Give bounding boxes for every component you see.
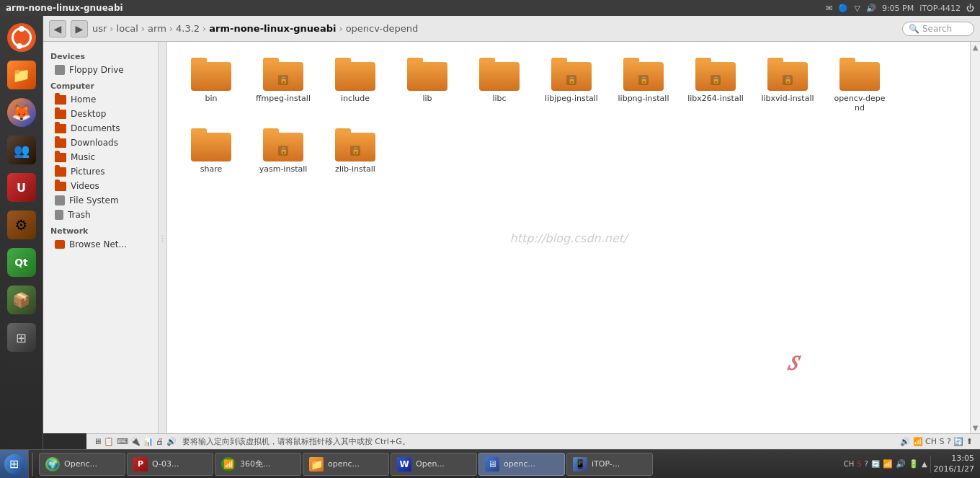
folder-ffmpeg[interactable]: 🔒 ffmpeg-install: [251, 53, 316, 117]
taskbar-item-itop[interactable]: 📱 iTOP-...: [566, 453, 653, 476]
back-button[interactable]: ◀: [49, 20, 66, 37]
taskbar-label-vm: openc...: [504, 459, 535, 469]
sidebar-item-videos[interactable]: Videos: [43, 179, 158, 193]
breadcrumb-version[interactable]: 4.3.2: [176, 23, 200, 34]
libx264-label: libx264-install: [687, 94, 744, 103]
search-box[interactable]: 🔍 Search: [902, 22, 974, 36]
sidebar-item-filesystem[interactable]: File System: [43, 193, 158, 208]
grid-dock-item[interactable]: ⊞: [4, 320, 39, 355]
folder-libpng[interactable]: 🔒 libpng-install: [611, 53, 676, 117]
taskbar-item-q03[interactable]: P Q-03...: [127, 453, 213, 476]
tray-expand[interactable]: ▲: [922, 460, 927, 468]
username: iTOP-4412: [919, 4, 961, 13]
folder-zlib[interactable]: 🔒 zlib-install: [323, 124, 388, 178]
breadcrumb-arm[interactable]: arm: [148, 23, 166, 34]
search-placeholder: Search: [922, 24, 952, 34]
tray-battery: 🔋: [909, 459, 919, 469]
clock-display: 13:05 2016/1/27: [934, 453, 974, 474]
libc-label: libc: [492, 94, 506, 103]
folder-share[interactable]: share: [179, 124, 244, 178]
tray-network[interactable]: 📶: [883, 459, 893, 469]
sidebar-item-documents[interactable]: Documents: [43, 121, 158, 136]
box-dock-item[interactable]: 📦: [4, 283, 39, 317]
floppy-icon: [55, 65, 65, 75]
folder-lib[interactable]: lib: [395, 53, 460, 117]
volume-icon[interactable]: 🔊: [866, 4, 876, 13]
sidebar-label-floppy: Floppy Drive: [69, 65, 124, 75]
folder-opencv[interactable]: opencv-depend: [827, 53, 892, 117]
opencv-folder-icon: [839, 58, 880, 91]
taskbar-item-opencc1[interactable]: 🌍 Openc...: [39, 453, 125, 476]
breadcrumb-gnueabi[interactable]: arm-none-linux-gnueabi: [209, 23, 336, 34]
qt-dock-item[interactable]: Qt: [4, 245, 39, 280]
breadcrumb: usr › local › arm › 4.3.2 › arm-none-lin…: [92, 23, 418, 34]
yasm-label: yasm-install: [259, 164, 308, 174]
taskbar-item-360[interactable]: 📶 360免...: [215, 453, 301, 476]
tray-volume[interactable]: 🔊: [896, 459, 906, 469]
taskbar-item-folder[interactable]: 📁 openc...: [303, 453, 389, 476]
breadcrumb-local[interactable]: local: [117, 23, 138, 34]
ubuntu-one-dock-item[interactable]: U: [4, 170, 39, 205]
folder-include[interactable]: include: [323, 53, 388, 117]
taskbar-label-opencc1: Openc...: [64, 459, 97, 469]
taskbar-item-vm[interactable]: 🖥 openc...: [478, 453, 565, 476]
devices-section-title: Devices: [43, 48, 158, 63]
folder-libc[interactable]: libc: [467, 53, 532, 117]
status-message: 要将输入定向到该虚拟机，请将鼠标指针移入其中或按 Ctrl+G。: [182, 436, 410, 447]
watermark: http://blog.csdn.net/: [510, 231, 628, 244]
sidebar-item-network[interactable]: Browse Net...: [43, 237, 158, 252]
include-folder-icon: [335, 58, 375, 91]
resize-handle: ⋮: [159, 42, 167, 433]
sidebar-item-floppy[interactable]: Floppy Drive: [43, 63, 158, 77]
files-dock-item[interactable]: 📁: [4, 58, 39, 92]
desktop-folder-icon: [55, 110, 66, 119]
tray-refresh[interactable]: 🔄: [871, 460, 880, 468]
vertical-scrollbar[interactable]: ▲ ▼: [970, 42, 980, 433]
computer-section-title: Computer: [43, 77, 158, 92]
clock-time: 13:05: [934, 453, 974, 464]
breadcrumb-opencv[interactable]: opencv-depend: [346, 23, 419, 34]
opencv-label: opencv-depend: [832, 94, 888, 112]
wifi-icon[interactable]: ▽: [854, 4, 860, 13]
s-logo: 𝑆: [787, 351, 797, 376]
dock: 📁 🦊 👥 U ⚙ Qt 📦 ⊞: [0, 16, 43, 449]
breadcrumb-usr[interactable]: usr: [92, 23, 107, 34]
sidebar-item-downloads[interactable]: Downloads: [43, 136, 158, 150]
sidebar-item-pictures[interactable]: Pictures: [43, 164, 158, 179]
ubuntu-button[interactable]: [4, 20, 39, 55]
folder-bin[interactable]: bin: [179, 53, 244, 117]
sidebar-item-music[interactable]: Music: [43, 150, 158, 164]
folder-libx264[interactable]: 🔒 libx264-install: [683, 53, 748, 117]
sidebar-label-pictures: Pictures: [71, 167, 105, 177]
mail-icon[interactable]: ✉: [826, 4, 832, 13]
sidebar-label-filesystem: File System: [69, 195, 119, 205]
tray-icons: 🔊 📶 CH S ? 🔄 ⬆: [900, 437, 973, 446]
folder-yasm[interactable]: 🔒 yasm-install: [251, 124, 316, 178]
q03-icon: P: [133, 457, 148, 472]
sidebar-item-desktop[interactable]: Desktop: [43, 107, 158, 121]
users-dock-item[interactable]: 👥: [4, 133, 39, 167]
folder-libjpeg[interactable]: 🔒 libjpeg-install: [539, 53, 604, 117]
search-icon: 🔍: [909, 24, 919, 34]
sidebar-item-trash[interactable]: Trash: [43, 208, 158, 222]
libjpeg-label: libjpeg-install: [545, 94, 598, 103]
sidebar-label-music: Music: [71, 152, 95, 162]
folder-taskbar-icon: 📁: [309, 457, 324, 472]
forward-button[interactable]: ▶: [71, 20, 88, 37]
opencc1-icon: 🌍: [45, 457, 60, 472]
firefox-dock-item[interactable]: 🦊: [4, 95, 39, 130]
taskbar-item-word[interactable]: W Open...: [391, 453, 477, 476]
ffmpeg-folder-icon: 🔒: [263, 58, 303, 91]
lib-label: lib: [422, 94, 432, 103]
yasm-folder-icon: 🔒: [263, 128, 303, 161]
status-bar: 🖥 📋 ⌨ 🔌 📊 🖨 🔊 要将输入定向到该虚拟机，请将鼠标指针移入其中或按 C…: [86, 433, 980, 449]
sidebar-item-home[interactable]: Home: [43, 92, 158, 107]
bluetooth-icon[interactable]: 🔵: [838, 4, 848, 13]
power-icon[interactable]: ⏻: [966, 4, 974, 13]
start-button[interactable]: ⊞: [0, 450, 29, 479]
settings-dock-item[interactable]: ⚙: [4, 208, 39, 242]
libx264-folder-icon: 🔒: [695, 58, 736, 91]
sidebar-label-downloads: Downloads: [71, 138, 118, 148]
folder-libxvid[interactable]: 🔒 libxvid-install: [755, 53, 820, 117]
libc-folder-icon: [479, 58, 520, 91]
